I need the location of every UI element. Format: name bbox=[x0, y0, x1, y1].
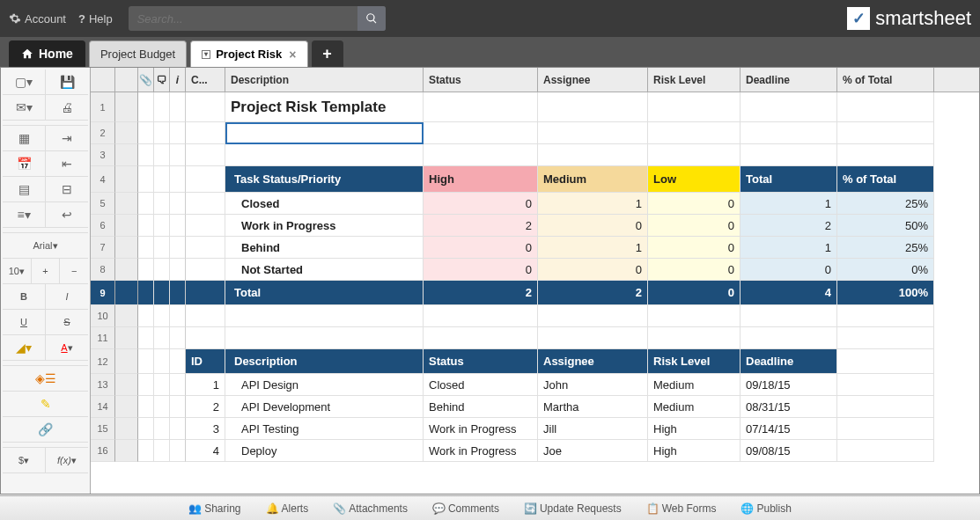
cell[interactable]: Martha bbox=[538, 396, 648, 418]
row-icon-cell[interactable] bbox=[138, 193, 154, 215]
row-icon-cell[interactable] bbox=[154, 237, 170, 259]
cell[interactable] bbox=[186, 237, 225, 259]
cell[interactable] bbox=[538, 144, 648, 166]
cell[interactable] bbox=[225, 305, 424, 327]
cell[interactable] bbox=[741, 305, 837, 327]
highlight-button[interactable]: ✎ bbox=[3, 392, 88, 416]
row-icon-cell[interactable] bbox=[154, 166, 170, 193]
row-icon-cell[interactable] bbox=[170, 327, 186, 349]
cell[interactable]: Medium bbox=[648, 396, 741, 418]
tab-project-budget[interactable]: Project Budget bbox=[89, 40, 187, 67]
expand-cell[interactable] bbox=[115, 122, 138, 144]
cell[interactable]: ID bbox=[186, 349, 225, 374]
expand-cell[interactable] bbox=[115, 418, 138, 440]
cell[interactable]: 2 bbox=[741, 215, 837, 237]
cell[interactable]: Behind bbox=[225, 237, 424, 259]
row-icon-cell[interactable] bbox=[138, 305, 154, 327]
row-number[interactable]: 1 bbox=[91, 92, 115, 122]
grid-body[interactable]: 1Project Risk Template234Task Status/Pri… bbox=[91, 92, 979, 494]
cell[interactable]: 07/14/15 bbox=[741, 418, 837, 440]
row-icon-cell[interactable] bbox=[154, 349, 170, 374]
cell[interactable]: Total bbox=[741, 166, 837, 193]
cell[interactable] bbox=[741, 92, 837, 122]
tab-close-icon[interactable]: × bbox=[289, 48, 296, 62]
wrap-button[interactable]: ↩ bbox=[46, 202, 88, 227]
cell[interactable]: 4 bbox=[741, 281, 837, 305]
cell[interactable] bbox=[186, 305, 225, 327]
cell[interactable]: Deploy bbox=[225, 440, 424, 462]
indent-button[interactable]: ⇥ bbox=[46, 126, 88, 150]
cell[interactable]: 0 bbox=[424, 237, 538, 259]
cell[interactable]: 2 bbox=[424, 281, 538, 305]
cell[interactable] bbox=[225, 144, 424, 166]
row-number[interactable]: 16 bbox=[91, 440, 115, 462]
column-header-risk-level[interactable]: Risk Level bbox=[648, 68, 741, 92]
cell[interactable] bbox=[424, 92, 538, 122]
cell[interactable]: Work in Progress bbox=[424, 440, 538, 462]
cell[interactable] bbox=[186, 166, 225, 193]
cell[interactable]: Task Status/Priority bbox=[225, 166, 424, 193]
cell[interactable]: 1 bbox=[538, 193, 648, 215]
column-header-pct-total[interactable]: % of Total bbox=[837, 68, 934, 92]
print-button[interactable]: 🖨 bbox=[46, 95, 88, 120]
cell[interactable]: 0 bbox=[424, 259, 538, 281]
cell[interactable] bbox=[837, 418, 934, 440]
cell[interactable]: Low bbox=[648, 166, 741, 193]
cell[interactable] bbox=[186, 281, 225, 305]
selected-cell[interactable] bbox=[225, 122, 424, 144]
outdent-button[interactable]: ⇤ bbox=[46, 151, 88, 176]
attachment-column-header[interactable]: 📎 bbox=[138, 68, 154, 92]
bold-button[interactable]: B bbox=[3, 284, 46, 309]
row-number[interactable]: 8 bbox=[91, 259, 115, 281]
row-number[interactable]: 11 bbox=[91, 327, 115, 349]
cell[interactable]: Description bbox=[225, 349, 424, 374]
attachments-button[interactable]: 📎Attachments bbox=[333, 502, 408, 515]
cell[interactable] bbox=[648, 305, 741, 327]
cell[interactable] bbox=[186, 259, 225, 281]
row-icon-cell[interactable] bbox=[170, 259, 186, 281]
cell[interactable] bbox=[837, 144, 934, 166]
expand-cell[interactable] bbox=[115, 374, 138, 396]
row-icon-cell[interactable] bbox=[154, 215, 170, 237]
cell[interactable]: Not Started bbox=[225, 259, 424, 281]
row-icon-cell[interactable] bbox=[170, 166, 186, 193]
cell[interactable]: 25% bbox=[837, 237, 934, 259]
row-icon-cell[interactable] bbox=[154, 122, 170, 144]
cell[interactable] bbox=[186, 92, 225, 122]
cell[interactable]: Deadline bbox=[741, 349, 837, 374]
font-increase-button[interactable]: + bbox=[32, 259, 61, 283]
row-icon-cell[interactable] bbox=[170, 92, 186, 122]
cell[interactable]: 2 bbox=[538, 281, 648, 305]
row-icon-cell[interactable] bbox=[154, 144, 170, 166]
row-number[interactable]: 3 bbox=[91, 144, 115, 166]
row-icon-cell[interactable] bbox=[138, 122, 154, 144]
row-icon-cell[interactable] bbox=[138, 396, 154, 418]
cell[interactable]: 50% bbox=[837, 215, 934, 237]
cell[interactable] bbox=[837, 396, 934, 418]
row-number[interactable]: 13 bbox=[91, 374, 115, 396]
tab-project-risk[interactable]: ▾ Project Risk × bbox=[190, 40, 307, 67]
cell[interactable] bbox=[538, 327, 648, 349]
cell[interactable]: 2 bbox=[186, 396, 225, 418]
row-icon-cell[interactable] bbox=[170, 237, 186, 259]
cell[interactable]: 100% bbox=[837, 281, 934, 305]
row-number[interactable]: 5 bbox=[91, 193, 115, 215]
cell[interactable] bbox=[837, 305, 934, 327]
row-icon-cell[interactable] bbox=[138, 281, 154, 305]
row-number[interactable]: 2 bbox=[91, 122, 115, 144]
row-icon-cell[interactable] bbox=[138, 166, 154, 193]
cell[interactable]: 09/08/15 bbox=[741, 440, 837, 462]
cell[interactable] bbox=[837, 92, 934, 122]
cell[interactable]: 0 bbox=[424, 193, 538, 215]
row-icon-cell[interactable] bbox=[138, 327, 154, 349]
row-number[interactable]: 12 bbox=[91, 349, 115, 374]
row-icon-cell[interactable] bbox=[170, 215, 186, 237]
row-icon-cell[interactable] bbox=[170, 349, 186, 374]
row-icon-cell[interactable] bbox=[170, 374, 186, 396]
cell[interactable] bbox=[741, 327, 837, 349]
row-icon-cell[interactable] bbox=[138, 92, 154, 122]
cell[interactable]: Jill bbox=[538, 418, 648, 440]
text-color-button[interactable]: A▾ bbox=[46, 335, 88, 360]
cell[interactable]: 0 bbox=[741, 259, 837, 281]
row-number[interactable]: 6 bbox=[91, 215, 115, 237]
